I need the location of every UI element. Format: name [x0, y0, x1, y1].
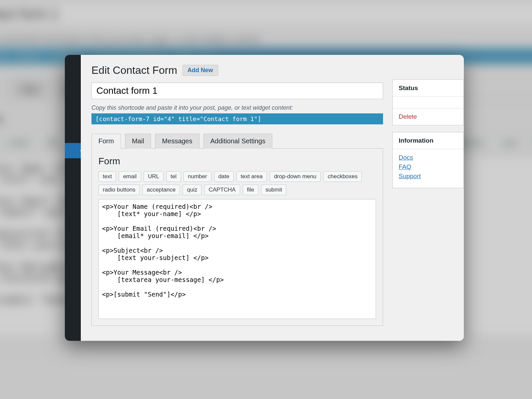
page-title: Edit Contact Form Add New [91, 64, 383, 76]
tag-button-quiz[interactable]: quiz [496, 135, 525, 151]
status-box: Status Delete [392, 79, 464, 125]
tag-button-CAPTCHA[interactable]: CAPTCHA [204, 185, 240, 195]
wp-admin-sidebar-sliver [65, 55, 81, 341]
sidebar-active-indicator [65, 143, 81, 158]
information-links: Docs FAQ Support [393, 149, 464, 188]
tag-button-email[interactable]: email [119, 171, 141, 182]
docs-link[interactable]: Docs [399, 154, 458, 161]
edit-contact-form-modal: Edit Contact Form Add New Copy this shor… [65, 55, 464, 341]
tag-button-tel[interactable]: tel [166, 171, 181, 182]
shortcode-hint: Copy this shortcode and paste it into yo… [91, 104, 383, 111]
information-heading: Information [393, 132, 464, 149]
tag-generator-buttons: textemailURLtelnumberdatetext areadrop-d… [98, 171, 376, 195]
panel-heading: Form [98, 156, 376, 167]
tag-button-number[interactable]: number [184, 171, 211, 182]
information-box: Information Docs FAQ Support [392, 132, 464, 188]
tag-button-submit[interactable]: submit [261, 185, 286, 195]
form-template-textarea[interactable] [98, 199, 376, 319]
tag-button-URL[interactable]: URL [144, 171, 164, 182]
tag-button-email[interactable]: email [1, 135, 35, 151]
tag-button-quiz[interactable]: quiz [183, 185, 201, 195]
tag-button-date[interactable]: date [214, 171, 234, 182]
tag-button-text-area[interactable]: text area [236, 171, 267, 182]
tag-button-radio-buttons[interactable]: radio buttons [98, 185, 140, 195]
tabs: Form Mail Messages Additional Settings [91, 134, 383, 148]
form-title-input[interactable] [91, 82, 383, 99]
tag-button-drop-down-menu[interactable]: drop-down menu [270, 171, 321, 182]
tag-button-checkboxes[interactable]: checkboxes [323, 171, 362, 182]
tab-panel-form: Form textemailURLtelnumberdatetext aread… [91, 148, 383, 326]
status-heading: Status [393, 80, 464, 97]
shortcode-field[interactable] [91, 113, 383, 124]
delete-link[interactable]: Delete [393, 108, 464, 125]
support-link[interactable]: Support [399, 173, 458, 180]
tag-button-file[interactable]: file [243, 185, 259, 195]
page-title-text: Edit Contact Form [91, 64, 177, 76]
tag-button-URL[interactable]: URL [39, 135, 68, 151]
tab-form[interactable]: Form [91, 134, 121, 149]
tab-mail[interactable]: Mail [125, 134, 151, 149]
tag-button-text[interactable]: text [98, 171, 116, 182]
tag-button-acceptance[interactable]: acceptance [142, 185, 180, 195]
status-body [393, 97, 464, 108]
tag-button-CAPTCHA[interactable]: CAPTCHA [529, 135, 532, 151]
faq-link[interactable]: FAQ [399, 163, 458, 171]
tab-messages[interactable]: Messages [155, 134, 199, 149]
add-new-button[interactable]: Add New [183, 65, 218, 76]
tab-additional-settings[interactable]: Additional Settings [203, 134, 273, 149]
